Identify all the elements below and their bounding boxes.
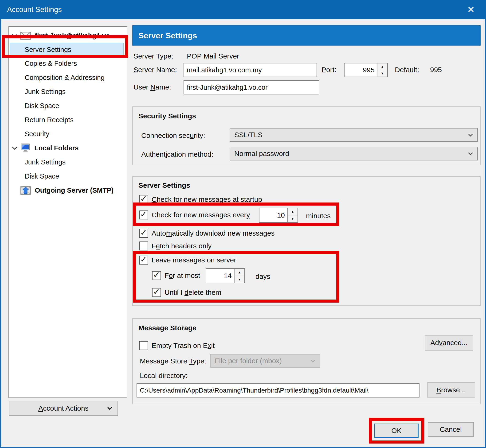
chevron-down-icon[interactable] — [12, 32, 17, 37]
chevron-down-icon — [468, 132, 473, 136]
sidebar-item-label: Outgoing Server (SMTP) — [35, 186, 113, 194]
auto-download-row[interactable]: ✓ Automatically download new messages — [139, 229, 275, 238]
spin-down-icon[interactable]: ▼ — [377, 70, 387, 77]
for-at-most-checkbox[interactable]: ✓ — [152, 271, 161, 280]
sidebar-item-label: Junk Settings — [25, 88, 65, 96]
sidebar-item-junk-settings[interactable]: Junk Settings — [9, 85, 127, 99]
user-name-label: User Name: — [133, 83, 171, 91]
spin-up-icon[interactable]: ▲ — [235, 269, 244, 276]
spinner-buttons[interactable]: ▲▼ — [377, 64, 387, 77]
sidebar-item-composition-addressing[interactable]: Composition & Addressing — [9, 71, 127, 85]
for-at-most-row[interactable]: ✓ For at most — [152, 271, 200, 280]
empty-trash-checkbox[interactable] — [139, 341, 148, 350]
default-port-value: 995 — [430, 66, 442, 74]
ok-button[interactable]: OK — [374, 424, 419, 438]
leave-on-server-label: Leave messages on server — [152, 256, 236, 264]
advanced-button[interactable]: Advanced... — [425, 335, 473, 351]
sidebar-item-label: Disk Space — [25, 172, 59, 180]
empty-trash-row[interactable]: Empty Trash on Exit — [139, 341, 215, 350]
close-icon[interactable]: ✕ — [462, 0, 480, 19]
check-every-value[interactable]: 10 — [259, 208, 287, 222]
security-settings-heading: Security Settings — [138, 112, 196, 120]
fetch-headers-label: Fetch headers only — [152, 242, 211, 250]
auth-method-label: Authentication method: — [141, 150, 213, 158]
server-settings-heading: Server Settings — [138, 181, 190, 189]
for-at-most-label: For at most — [164, 272, 200, 280]
user-name-input[interactable] — [184, 80, 319, 95]
fetch-headers-checkbox[interactable] — [139, 241, 148, 250]
for-at-most-suffix: days — [255, 272, 270, 280]
sidebar-item-account[interactable]: first-Junk@atikahg1.vo... — [9, 29, 127, 43]
account-actions-button[interactable]: Account Actions — [9, 401, 118, 416]
sidebar-item-security[interactable]: Security — [9, 127, 127, 141]
browse-button-label: Browse... — [437, 386, 466, 394]
port-spinner[interactable]: 995 ▲▼ — [344, 63, 388, 77]
sidebar-item-local-folders[interactable]: Local Folders — [9, 141, 127, 155]
panel-title: Server Settings — [138, 31, 197, 40]
spinner-buttons[interactable]: ▲▼ — [287, 208, 298, 222]
connection-security-select[interactable]: SSL/TLS — [230, 128, 478, 142]
sidebar-item-label: Junk Settings — [25, 158, 65, 166]
browse-button[interactable]: Browse... — [427, 383, 475, 398]
default-port-label: Default: — [395, 66, 419, 74]
sidebar-item-outgoing-server[interactable]: Outgoing Server (SMTP) — [9, 183, 127, 197]
port-value[interactable]: 995 — [345, 64, 377, 77]
account-tree: first-Junk@atikahg1.vo... Server Setting… — [8, 26, 127, 398]
leave-on-server-checkbox[interactable]: ✓ — [139, 256, 148, 264]
spinner-buttons[interactable]: ▲▼ — [234, 269, 244, 283]
check-startup-label: Check for new messages at startup — [152, 195, 262, 203]
sidebar-item-server-settings[interactable]: Server Settings — [10, 43, 124, 56]
sidebar-item-junk-settings-local[interactable]: Junk Settings — [9, 155, 127, 169]
for-at-most-value[interactable]: 14 — [206, 269, 234, 283]
server-settings-group: Server Settings ✓ Check for new messages… — [132, 176, 481, 306]
check-startup-checkbox[interactable]: ✓ — [139, 195, 148, 204]
until-delete-label: Until I delete them — [164, 288, 221, 296]
sidebar-item-return-receipts[interactable]: Return Receipts — [9, 113, 127, 127]
chevron-down-icon[interactable] — [12, 144, 17, 150]
message-storage-group: Message Storage Advanced... Empty Trash … — [132, 318, 481, 404]
spin-up-icon[interactable]: ▲ — [377, 64, 387, 70]
check-every-checkbox[interactable]: ✓ — [139, 210, 148, 219]
sidebar-item-label: Local Folders — [34, 144, 79, 152]
port-label: Port: — [322, 66, 336, 74]
sidebar-item-label: Security — [25, 130, 49, 138]
auth-method-select[interactable]: Normal password — [230, 147, 478, 160]
sidebar-item-label: Composition & Addressing — [25, 74, 105, 81]
server-settings-panel: Server Settings Server Type: POP Mail Se… — [132, 25, 481, 413]
until-delete-checkbox[interactable]: ✓ — [152, 288, 161, 297]
cancel-button[interactable]: Cancel — [428, 422, 474, 437]
store-type-select: File per folder (mbox) — [210, 354, 320, 368]
sidebar-item-copies-folders[interactable]: Copies & Folders — [9, 56, 127, 71]
check-startup-row[interactable]: ✓ Check for new messages at startup — [139, 195, 262, 204]
ok-button-label: OK — [391, 427, 401, 435]
spin-down-icon[interactable]: ▼ — [288, 216, 298, 223]
local-directory-label: Local directory: — [140, 372, 187, 380]
store-type-value: File per folder (mbox) — [215, 357, 282, 365]
spin-down-icon[interactable]: ▼ — [235, 276, 244, 283]
sidebar-item-disk-space[interactable]: Disk Space — [9, 99, 127, 113]
auto-download-label: Automatically download new messages — [152, 229, 275, 237]
chevron-down-icon — [107, 405, 112, 410]
spin-up-icon[interactable]: ▲ — [288, 208, 298, 216]
sidebar-item-disk-space-local[interactable]: Disk Space — [9, 169, 127, 183]
message-storage-heading: Message Storage — [138, 324, 196, 332]
for-at-most-spinner[interactable]: 14 ▲▼ — [206, 268, 245, 283]
connection-security-value: SSL/TLS — [234, 131, 262, 139]
local-folders-icon — [20, 143, 31, 153]
cancel-button-label: Cancel — [440, 425, 462, 433]
server-name-input[interactable] — [184, 63, 317, 77]
fetch-headers-row[interactable]: Fetch headers only — [139, 241, 211, 250]
auto-download-checkbox[interactable]: ✓ — [139, 229, 148, 238]
local-directory-input[interactable] — [137, 384, 420, 398]
until-delete-row[interactable]: ✓ Until I delete them — [152, 288, 221, 297]
sidebar-item-label: Copies & Folders — [25, 60, 77, 67]
titlebar[interactable]: Account Settings ✕ — [0, 0, 486, 19]
connection-security-label: Connection security: — [141, 132, 205, 140]
account-settings-dialog: Account Settings ✕ first-Junk@atikahg1.v… — [0, 0, 486, 448]
chevron-down-icon — [468, 151, 473, 155]
check-every-spinner[interactable]: 10 ▲▼ — [259, 208, 298, 223]
outgoing-server-icon — [20, 186, 31, 195]
leave-on-server-row[interactable]: ✓ Leave messages on server — [139, 256, 236, 264]
mail-account-icon — [20, 32, 31, 40]
check-every-row[interactable]: ✓ Check for new messages every — [139, 210, 250, 219]
